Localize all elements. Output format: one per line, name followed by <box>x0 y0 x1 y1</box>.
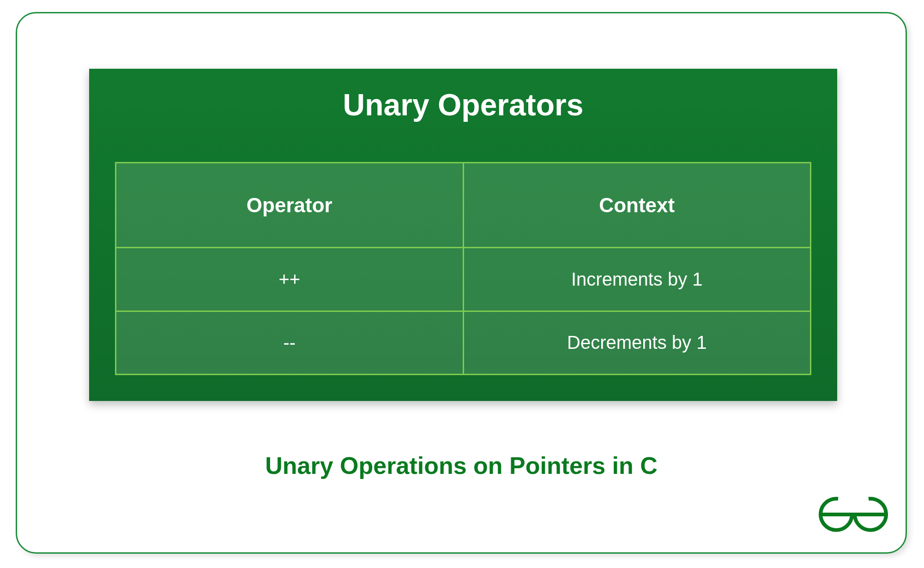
geeksforgeeks-logo-icon <box>819 490 888 538</box>
table-row: ++ Increments by 1 <box>116 247 810 310</box>
cell-operator: -- <box>116 312 463 374</box>
card-title: Unary Operators <box>89 69 837 122</box>
table-row: -- Decrements by 1 <box>116 311 810 374</box>
col-header-context: Context <box>463 163 810 247</box>
slide-caption: Unary Operations on Pointers in C <box>17 452 906 479</box>
cell-context: Increments by 1 <box>463 248 810 310</box>
cell-context: Decrements by 1 <box>463 312 810 374</box>
unary-operators-card: Unary Operators Operator Context ++ Incr… <box>89 69 837 401</box>
operators-table: Operator Context ++ Increments by 1 -- D… <box>115 162 811 375</box>
slide-frame: Unary Operators Operator Context ++ Incr… <box>16 12 907 554</box>
table-header-row: Operator Context <box>116 163 810 247</box>
col-header-operator: Operator <box>116 163 463 247</box>
cell-operator: ++ <box>116 248 463 310</box>
